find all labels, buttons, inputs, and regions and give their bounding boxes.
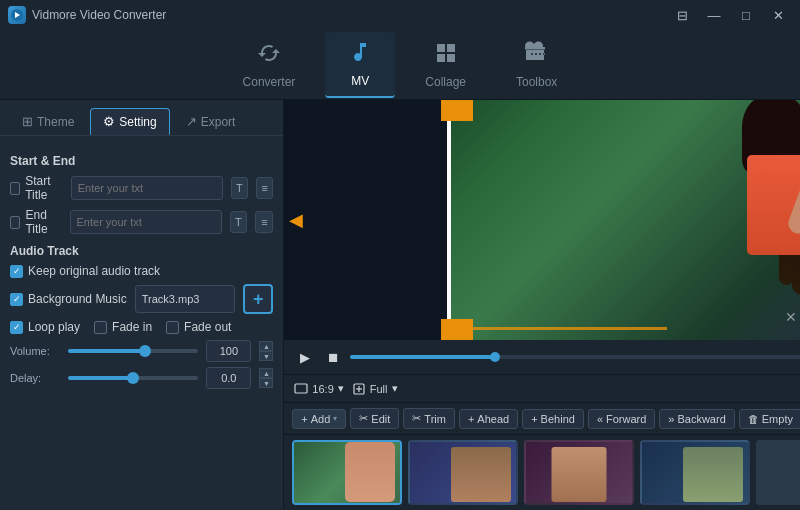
clip-2[interactable]: 🖼 [408,440,518,505]
keep-original-checkbox[interactable]: ✓ [10,265,23,278]
progress-thumb [490,352,500,362]
tab-mv[interactable]: MV [325,32,395,98]
size-arrow: ▾ [392,382,398,395]
clip-1[interactable]: 00:00:5 ✕ ★ ▶ ◷ [292,440,402,505]
svg-rect-1 [295,384,307,393]
fade-out-checkbox[interactable] [166,321,179,334]
volume-slider[interactable] [68,349,198,353]
volume-spinner[interactable]: ▲ ▼ [259,341,273,361]
tab-collage[interactable]: Collage [405,33,486,97]
end-title-row: End Title T ≡ [10,208,273,236]
video-area: ◀ [284,100,800,340]
player-controls: ▶ ⏹ 00:00:03.23/00:00:20.00 🔊 [284,340,800,374]
trim-button[interactable]: ✂ Trim [403,408,455,429]
clip-4[interactable]: 🖼 [640,440,750,505]
clip-5[interactable] [756,440,800,505]
start-title-format-btn[interactable]: T [231,177,248,199]
track-select[interactable]: Track3.mp3 [135,285,236,313]
clip-1-thumb [345,442,395,502]
loop-play-label: Loop play [28,320,80,334]
clip-3-thumb [552,447,607,502]
converter-icon [257,41,281,71]
fade-in-wrap: Fade in [94,320,152,334]
delay-slider[interactable] [68,376,198,380]
backward-button[interactable]: » Backward [659,409,734,429]
bg-music-wrap: ✓ Background Music [10,292,127,306]
panel-content: Start & End Start Title T ≡ End Title T … [0,136,283,510]
clip-3[interactable]: 🖼 [524,440,634,505]
fade-in-label: Fade in [112,320,152,334]
start-title-style-btn[interactable]: ≡ [256,177,273,199]
toolbox-label: Toolbox [516,75,557,89]
tab-converter[interactable]: Converter [223,33,316,97]
keep-original-wrap: ✓ Keep original audio track [10,264,160,278]
left-panel: ⊞ Theme ⚙ Setting ↗ Export Start & End S… [0,100,284,510]
mv-icon [348,40,372,70]
ahead-button[interactable]: + Ahead [459,409,518,429]
edit-icon: ✂ [359,412,368,425]
delay-spinner[interactable]: ▲ ▼ [259,368,273,388]
maximize-button[interactable]: □ [732,5,760,25]
end-title-input[interactable] [70,210,222,234]
end-title-checkbox-wrap: End Title [10,208,62,236]
progress-bar[interactable] [350,355,800,359]
volume-up-btn[interactable]: ▲ [259,341,273,351]
video-frame: ✕ [447,100,800,340]
delay-down-btn[interactable]: ▼ [259,378,273,388]
video-close-btn[interactable]: ✕ [785,309,797,325]
add-track-button[interactable]: + [243,284,273,314]
player-footer: 16:9 ▾ Full ▾ Export [284,374,800,402]
minimize-button[interactable]: — [700,5,728,25]
aspect-ratio-value: 16:9 [312,383,333,395]
add-label: Add [311,413,331,425]
delay-up-btn[interactable]: ▲ [259,368,273,378]
timeline-clips: 00:00:5 ✕ ★ ▶ ◷ 🖼 [284,435,800,510]
volume-down-btn[interactable]: ▼ [259,351,273,361]
ahead-label: Ahead [477,413,509,425]
bg-music-checkbox[interactable]: ✓ [10,293,23,306]
volume-label: Volume: [10,345,60,357]
right-panel: ◀ [284,100,800,510]
start-title-checkbox[interactable] [10,182,20,195]
trim-icon: ✂ [412,412,421,425]
end-title-format-btn[interactable]: T [230,211,248,233]
panel-tabs: ⊞ Theme ⚙ Setting ↗ Export [0,100,283,136]
title-bar-controls: ⊟ — □ ✕ [668,5,792,25]
converter-label: Converter [243,75,296,89]
edit-button[interactable]: ✂ Edit [350,408,399,429]
clip-4-thumb [683,447,743,502]
forward-button[interactable]: « Forward [588,409,655,429]
add-button[interactable]: + Add ▾ [292,409,346,429]
volume-value: 100 [206,340,251,362]
end-title-checkbox[interactable] [10,216,20,229]
size-select[interactable]: Full ▾ [352,382,398,396]
keep-original-label: Keep original audio track [28,264,160,278]
forward-label: Forward [606,413,646,425]
export-tab[interactable]: ↗ Export [174,108,248,135]
export-label: Export [201,115,236,129]
setting-tab[interactable]: ⚙ Setting [90,108,169,135]
end-title-style-btn[interactable]: ≡ [255,211,273,233]
tab-toolbox[interactable]: Toolbox [496,33,577,97]
app-icon [8,6,26,24]
theme-tab[interactable]: ⊞ Theme [10,108,86,135]
help-button[interactable]: ⊟ [668,5,696,25]
audio-track-title: Audio Track [10,244,273,258]
add-dropdown-arrow: ▾ [333,414,337,423]
fade-in-checkbox[interactable] [94,321,107,334]
loop-play-checkbox[interactable]: ✓ [10,321,23,334]
aspect-ratio-select[interactable]: 16:9 ▾ [294,382,343,396]
collage-icon [434,41,458,71]
keep-original-row: ✓ Keep original audio track [10,264,273,278]
prev-arrow[interactable]: ◀ [289,209,303,231]
play-button[interactable]: ▶ [294,346,316,368]
empty-button[interactable]: 🗑 Empty [739,409,800,429]
start-title-label: Start Title [25,174,63,202]
behind-button[interactable]: + Behind [522,409,584,429]
empty-label: Empty [762,413,793,425]
close-button[interactable]: ✕ [764,5,792,25]
stop-button[interactable]: ⏹ [322,346,344,368]
start-title-input[interactable] [71,176,223,200]
app-title: Vidmore Video Converter [32,8,166,22]
bg-music-row: ✓ Background Music Track3.mp3 + [10,284,273,314]
